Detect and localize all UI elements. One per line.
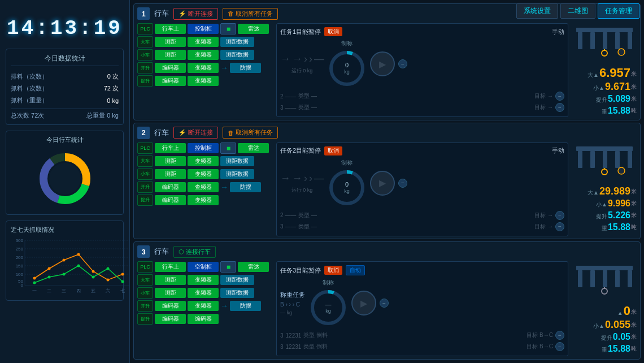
row-minus-2-2[interactable]: − bbox=[555, 211, 564, 220]
btn-antisway-1[interactable]: 防摆 bbox=[230, 63, 261, 73]
crane-1-cancel-btn[interactable]: 🗑 取消所有任务 bbox=[223, 8, 278, 20]
btn-open-encoder-1[interactable]: 编码器 bbox=[155, 63, 186, 73]
btn-radar-1[interactable]: 雷达 bbox=[238, 24, 269, 34]
btn-control-cabinet-1[interactable]: 控制柜 bbox=[188, 24, 219, 34]
meas-val-top-3: 0 bbox=[624, 305, 630, 317]
device-row-bigcar-3: 大车 测距 变频器 测距数据 bbox=[137, 274, 273, 286]
btn-smallcar-dist-1[interactable]: 测距 bbox=[155, 50, 186, 60]
crane-block-3: 3 行车 ⬡ 连接行车 PLC 行车上 空制柜 ◼ 雷达 大车 测距 变频器 bbox=[133, 241, 641, 360]
gauge-label-1: 制称 bbox=[341, 40, 353, 47]
btn-crane-up-2[interactable]: 行车上 bbox=[155, 143, 186, 153]
device-row-plc-3: PLC 行车上 空制柜 ◼ 雷达 bbox=[137, 261, 273, 273]
btn-crane-up-1[interactable]: 行车上 bbox=[155, 24, 186, 34]
btn-antisway-2[interactable]: 防摆 bbox=[230, 182, 261, 192]
row-minus-1-2[interactable]: − bbox=[555, 92, 564, 101]
crane-1-disconnect-btn[interactable]: ⚡ 断开连接 bbox=[173, 8, 218, 20]
meas-unit-lift-1: 米 bbox=[631, 95, 637, 104]
btn-smallcar-dist-2[interactable]: 测距 bbox=[155, 169, 186, 179]
svg-point-36 bbox=[77, 265, 80, 267]
btn-smallcar-data-2[interactable]: 测距数据 bbox=[220, 169, 254, 179]
btn-bigcar-vfd-3[interactable]: 变频器 bbox=[188, 275, 219, 285]
btn-open-vfd-1[interactable]: 变频器 bbox=[188, 63, 219, 73]
btn-smallcar-vfd-3[interactable]: 变频器 bbox=[188, 288, 219, 298]
task-2-cancel-badge[interactable]: 取消 bbox=[324, 146, 342, 155]
meas-unit-large-1: 米 bbox=[631, 70, 637, 79]
btn-lift-encoder-1[interactable]: 编码器 bbox=[155, 76, 186, 86]
play-btn-1[interactable]: ▶ bbox=[370, 51, 395, 76]
svg-point-34 bbox=[48, 276, 51, 279]
btn-bigcar-vfd-1[interactable]: 变频器 bbox=[188, 37, 219, 47]
btn-control-cabinet-3[interactable]: 空制柜 bbox=[188, 262, 219, 272]
task-1-cancel-badge[interactable]: 取消 bbox=[324, 27, 342, 36]
chart-title: 今日行车统计 bbox=[11, 136, 119, 144]
btn-lift-vfd-3[interactable]: 编码器 bbox=[188, 314, 219, 324]
btn-antisway-3[interactable]: 防摆 bbox=[230, 301, 261, 311]
arrow-icon-2: → bbox=[220, 183, 228, 192]
map-button[interactable]: 二维图 bbox=[560, 3, 595, 19]
btn-bigcar-vfd-2[interactable]: 变频器 bbox=[188, 156, 219, 166]
btn-bigcar-data-2[interactable]: 测距数据 bbox=[220, 156, 254, 166]
btn-bigcar-dist-2[interactable]: 测距 bbox=[155, 156, 186, 166]
crane-3-connect-btn[interactable]: ⬡ 连接行车 bbox=[173, 246, 216, 258]
crane-2-device-grid: PLC 行车上 控制柜 ◼ 雷达 大车 测距 变频器 测距数据 小车 测距 变频… bbox=[137, 142, 273, 236]
row-minus-3-2[interactable]: − bbox=[555, 342, 564, 351]
btn-crane-up-3[interactable]: 行车上 bbox=[155, 262, 186, 272]
tasks-button[interactable]: 任务管理 bbox=[598, 3, 639, 19]
plc-icon-3: PLC bbox=[137, 261, 153, 273]
btn-smallcar-data-3[interactable]: 测距数据 bbox=[220, 288, 254, 298]
row-minus-3-1[interactable]: − bbox=[555, 331, 564, 340]
bigcar-icon-2: 大车 bbox=[137, 155, 153, 167]
task-3-cancel-badge[interactable]: 取消 bbox=[324, 266, 342, 275]
donut-chart-section: 今日行车统计 bbox=[6, 131, 124, 215]
svg-point-26 bbox=[33, 277, 36, 280]
play-btn-3[interactable]: ▶ bbox=[351, 291, 376, 316]
btn-lift-encoder-3[interactable]: 编码器 bbox=[155, 314, 186, 324]
btn-bigcar-dist-3[interactable]: 测距 bbox=[155, 275, 186, 285]
btn-radar-2[interactable]: 雷达 bbox=[238, 143, 269, 153]
minus-btn-2[interactable]: − bbox=[398, 179, 407, 188]
btn-bigcar-data-3[interactable]: 测距数据 bbox=[220, 275, 254, 285]
minus-btn-1[interactable]: − bbox=[398, 59, 407, 68]
gauge-3: 制称 — kg bbox=[308, 279, 348, 327]
btn-open-encoder-3[interactable]: 编码器 bbox=[155, 301, 186, 311]
btn-lift-vfd-2[interactable]: 变频器 bbox=[188, 195, 219, 205]
svg-point-4 bbox=[49, 163, 81, 195]
btn-smallcar-vfd-1[interactable]: 变频器 bbox=[188, 50, 219, 60]
svg-point-38 bbox=[107, 267, 110, 270]
crane-2-disconnect-btn[interactable]: ⚡ 断开连接 bbox=[173, 127, 218, 139]
line-chart-section: 近七天抓取情况 300 250 200 150 100 50 0 一 二 三 四… bbox=[6, 221, 124, 301]
btn-smallcar-data-1[interactable]: 测距数据 bbox=[220, 50, 254, 60]
svg-point-29 bbox=[77, 253, 80, 256]
svg-rect-60 bbox=[603, 151, 607, 168]
row-minus-1-3[interactable]: − bbox=[555, 103, 564, 112]
btn-open-encoder-2[interactable]: 编码器 bbox=[155, 182, 186, 192]
btn-control-cabinet-2[interactable]: 控制柜 bbox=[188, 143, 219, 153]
play-btn-2[interactable]: ▶ bbox=[370, 171, 395, 196]
btn-radar-3[interactable]: 雷达 bbox=[238, 262, 269, 272]
task-2-title: 任务2目能暂停 bbox=[280, 146, 321, 155]
radar-icon-3: ◼ bbox=[220, 261, 236, 273]
settings-button[interactable]: 系统设置 bbox=[516, 3, 558, 19]
meas-label-small-2: 小▲ bbox=[596, 201, 607, 209]
btn-lift-encoder-2[interactable]: 编码器 bbox=[155, 195, 186, 205]
btn-lift-vfd-1[interactable]: 变频器 bbox=[188, 76, 219, 86]
btn-bigcar-data-1[interactable]: 测距数据 bbox=[220, 37, 254, 47]
crane-1-device-grid: PLC 行车上 控制柜 ◼ 雷达 大车 测距 变频器 测距数据 小车 测距 变频… bbox=[137, 23, 273, 117]
row-minus-2-3[interactable]: − bbox=[555, 222, 564, 231]
crane-block-2: 2 行车 ⚡ 断开连接 🗑 取消所有任务 PLC 行车上 控制柜 ◼ 雷达 bbox=[133, 123, 641, 240]
svg-rect-49 bbox=[628, 32, 632, 49]
minus-btn-3[interactable]: − bbox=[380, 299, 389, 308]
btn-bigcar-dist-1[interactable]: 测距 bbox=[155, 37, 186, 47]
btn-smallcar-dist-3[interactable]: 测距 bbox=[155, 288, 186, 298]
btn-open-vfd-3[interactable]: 变频器 bbox=[188, 301, 219, 311]
crane-2-cancel-btn[interactable]: 🗑 取消所有任务 bbox=[223, 127, 278, 139]
btn-smallcar-vfd-2[interactable]: 变频器 bbox=[188, 169, 219, 179]
crane-2-visual bbox=[572, 142, 637, 182]
flow-arrows-1: → → › › — bbox=[280, 53, 324, 65]
btn-open-vfd-2[interactable]: 查频器 bbox=[188, 182, 219, 192]
device-row-lift-2: 提升 编码器 变频器 bbox=[137, 195, 273, 206]
meas-top-3: ▲ 0 米 bbox=[572, 304, 637, 318]
svg-point-53 bbox=[331, 172, 363, 204]
radar-icon-2: ◼ bbox=[220, 142, 236, 154]
svg-point-30 bbox=[92, 270, 95, 273]
